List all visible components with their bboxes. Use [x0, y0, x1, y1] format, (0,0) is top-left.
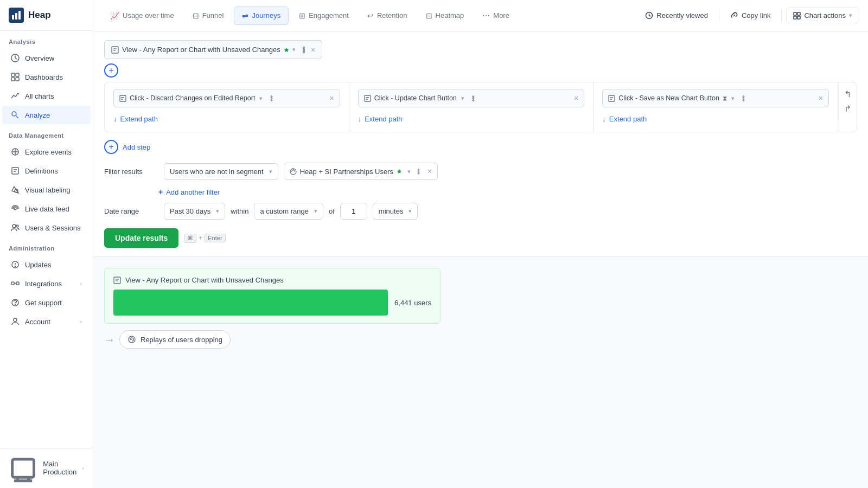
step-1-label: Click - Discard Changes on Edited Report — [130, 94, 255, 102]
journey-bar-row: 6,441 users — [113, 290, 431, 316]
add-filter-link[interactable]: + Add another filter — [158, 188, 857, 196]
sidebar-item-account[interactable]: Account › — [2, 312, 91, 331]
node-title-text: View - Any Report or Chart with Unsaved … — [125, 276, 284, 284]
unit-select[interactable]: minutes ▾ — [373, 203, 418, 220]
heatmap-icon: ⊡ — [426, 11, 432, 20]
svg-rect-25 — [16, 282, 19, 285]
overview-label: Overview — [25, 54, 82, 62]
main-step-card[interactable]: View - Any Report or Chart with Unsaved … — [104, 40, 322, 59]
svg-rect-39 — [112, 47, 118, 53]
duration-input[interactable] — [340, 203, 367, 220]
top-nav: 📈 Usage over time ⊟ Funnel ⇌ Journeys ⊞ … — [93, 0, 868, 31]
step-3-chevron: ▾ — [731, 95, 735, 102]
account-arrow: › — [80, 319, 82, 325]
config-panel: View - Any Report or Chart with Unsaved … — [93, 31, 868, 257]
recently-viewed-button[interactable]: Recently viewed — [639, 8, 714, 23]
journeys-icon: ⇌ — [242, 11, 248, 20]
svg-point-49 — [271, 95, 272, 97]
hourglass-icon: ⧗ — [723, 94, 727, 102]
sidebar-item-live-feed[interactable]: Live data feed — [2, 200, 91, 218]
filter-segment-select[interactable]: Heap + SI Partnerships Users ▾ × — [284, 163, 438, 180]
date-row: Date range Past 30 days ▾ within a custo… — [104, 203, 857, 220]
filter-condition-value: Users who are not in segment — [170, 168, 264, 176]
step-3-close[interactable]: × — [819, 94, 823, 102]
filter-condition-select[interactable]: Users who are not in segment ▾ — [164, 163, 278, 180]
administration-section: Administration Updates Integrations › Ge… — [0, 237, 93, 331]
extend-path-1[interactable]: ↓ Extend path — [113, 113, 340, 125]
update-results-button[interactable]: Update results — [104, 228, 178, 248]
update-btn-label: Update results — [115, 234, 168, 242]
logo: Heap — [0, 0, 93, 31]
svg-point-55 — [473, 95, 474, 97]
tab-engagement[interactable]: ⊞ Engagement — [291, 7, 357, 25]
step-3-card[interactable]: Click - Save as New Chart Button ⧗ ▾ × — [602, 89, 829, 107]
explore-label: Explore events — [25, 148, 82, 156]
custom-range-select[interactable]: a custom range ▾ — [254, 203, 323, 220]
extend-path-3[interactable]: ↓ Extend path — [602, 113, 829, 125]
tab-journeys[interactable]: ⇌ Journeys — [234, 7, 289, 25]
svg-point-56 — [473, 99, 474, 100]
add-initial-step: + — [104, 63, 857, 78]
sidebar-item-users-sessions[interactable]: Users & Sessions — [2, 219, 91, 237]
chart-actions-button[interactable]: Chart actions ▾ — [786, 8, 859, 23]
recently-viewed-label: Recently viewed — [656, 11, 708, 20]
tab-heatmap[interactable]: ⊡ Heatmap — [418, 7, 473, 25]
tab-funnel[interactable]: ⊟ Funnel — [184, 7, 232, 25]
date-range-value: Past 30 days — [170, 207, 210, 215]
workspace-item[interactable]: Main Production › — [0, 448, 93, 488]
nav-divider-2 — [781, 9, 782, 22]
sidebar-item-support[interactable]: Get support — [2, 293, 91, 312]
sidebar-item-allcharts[interactable]: All charts — [2, 87, 91, 105]
sidebar-item-definitions[interactable]: Definitions — [2, 162, 91, 180]
custom-range-chevron: ▾ — [314, 208, 317, 215]
svg-point-19 — [12, 224, 16, 228]
tab-usage[interactable]: 📈 Usage over time — [102, 7, 182, 25]
segment-chevron: ▾ — [407, 168, 411, 175]
svg-point-43 — [303, 47, 304, 48]
sidebar-item-overview[interactable]: Overview — [2, 49, 91, 67]
sidebar-item-integrations[interactable]: Integrations › — [2, 274, 91, 293]
replay-button[interactable]: Replays of users dropping — [119, 330, 231, 349]
replay-row: → Replays of users dropping — [104, 330, 857, 349]
within-text: within — [231, 207, 248, 215]
step-col-1: Click - Discard Changes on Edited Report… — [105, 82, 349, 132]
chart-actions-label: Chart actions — [804, 11, 846, 20]
tab-retention[interactable]: ↩ Retention — [359, 7, 416, 25]
sidebar-item-dashboards[interactable]: Dashboards — [2, 68, 91, 86]
date-range-chevron: ▾ — [216, 208, 219, 215]
extend-path-2[interactable]: ↓ Extend path — [358, 113, 585, 125]
svg-rect-7 — [11, 78, 15, 81]
tab-more[interactable]: ⋯ More — [474, 7, 518, 25]
step-1-card[interactable]: Click - Discard Changes on Edited Report… — [113, 89, 340, 107]
add-step-button[interactable]: + — [104, 140, 118, 154]
allcharts-label: All charts — [25, 92, 82, 100]
main-step-label: View - Any Report or Chart with Unsaved … — [122, 46, 280, 54]
extend-path-arrow-2: ↓ — [358, 115, 362, 123]
sidebar-item-analyze[interactable]: Analyze — [2, 106, 91, 124]
step-2-close[interactable]: × — [574, 94, 578, 102]
analysis-label: Analysis — [0, 31, 93, 48]
step-1-close[interactable]: × — [329, 94, 334, 102]
sidebar-item-updates[interactable]: Updates — [2, 255, 91, 274]
svg-rect-57 — [609, 95, 615, 101]
svg-point-60 — [743, 98, 744, 99]
svg-point-65 — [418, 169, 419, 170]
data-management-label: Data Management — [0, 125, 93, 142]
add-initial-step-button[interactable]: + — [104, 63, 118, 78]
chart-actions-chevron: ▾ — [849, 12, 852, 19]
path-right-button[interactable]: ↱ — [844, 104, 851, 114]
copy-link-button[interactable]: Copy link — [724, 8, 777, 23]
replay-arrow-icon: → — [104, 333, 115, 346]
path-left-button[interactable]: ↰ — [844, 89, 851, 99]
svg-rect-67 — [114, 277, 120, 284]
date-range-select[interactable]: Past 30 days ▾ — [164, 203, 225, 220]
step-2-card[interactable]: Click - Update Chart Button ▾ × — [358, 89, 585, 107]
administration-label: Administration — [0, 237, 93, 255]
sidebar-item-explore[interactable]: Explore events — [2, 143, 91, 161]
sidebar-item-visual-labeling[interactable]: Visual labeling — [2, 181, 91, 199]
segment-close[interactable]: × — [427, 167, 432, 176]
main-step-close[interactable]: × — [311, 45, 316, 54]
svg-rect-2 — [15, 13, 17, 20]
chart-area: View - Any Report or Chart with Unsaved … — [93, 257, 868, 359]
add-step-label: Add step — [123, 143, 150, 151]
